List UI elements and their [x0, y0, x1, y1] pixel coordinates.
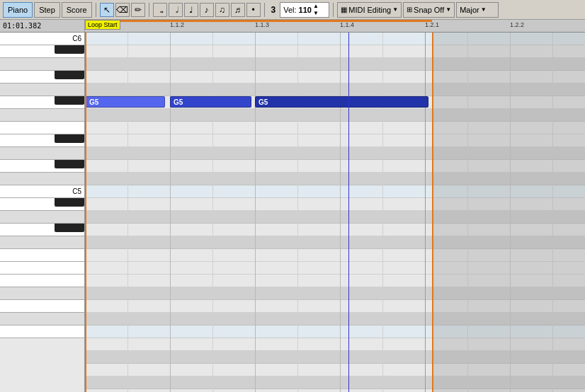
scale-label: Major — [460, 6, 479, 14]
midi-editing-dropdown[interactable]: ▦ MIDI Editing ▼ — [337, 2, 402, 18]
key-ds5-black[interactable] — [55, 134, 84, 143]
note-dot[interactable]: • — [246, 3, 261, 17]
key-bb5[interactable] — [0, 58, 84, 71]
key-g4[interactable] — [0, 249, 84, 262]
key-a4[interactable] — [0, 224, 84, 236]
vel-down[interactable]: ▼ — [313, 10, 319, 17]
piano-keys: C6 — [0, 33, 84, 338]
key-b5[interactable] — [0, 45, 84, 58]
pointer-tool[interactable]: ↖ — [100, 3, 114, 17]
note-eighth[interactable]: ♪ — [200, 3, 214, 17]
grid-area: Loop Start 1.1 1.1.2 1.1.3 1.1.4 1.2.1 1… — [85, 20, 585, 392]
eraser-tool[interactable]: ⌫ — [115, 3, 130, 17]
pencil-tool[interactable]: ✏ — [131, 3, 145, 17]
key-e4[interactable] — [0, 275, 84, 287]
vline-minor-2 — [212, 33, 213, 392]
note-label-2: G5 — [174, 98, 183, 106]
midi-note-g5-3[interactable]: G5 — [255, 96, 428, 108]
vline-6 — [510, 33, 511, 392]
ruler-mark-3: 1.1.3 — [255, 21, 269, 28]
key-f4[interactable] — [0, 262, 84, 275]
piano-tab[interactable]: Piano — [3, 2, 33, 18]
pencil-icon: ✏ — [135, 5, 142, 15]
note-label-1: G5 — [89, 98, 98, 106]
sep2 — [149, 3, 149, 17]
velocity-control[interactable]: Vel: 110 ▲ ▼ — [280, 2, 329, 18]
vline-2 — [170, 33, 171, 392]
note-grid[interactable]: G5 G5 G5 — [85, 33, 585, 392]
vel-stepper[interactable]: ▲ ▼ — [313, 3, 319, 17]
note-half[interactable]: 𝅗𝅥 — [169, 3, 183, 17]
key-fs5-black[interactable] — [55, 96, 84, 105]
key-gs5-black[interactable] — [55, 71, 84, 79]
key-c6[interactable]: C6 — [0, 33, 84, 45]
ruler-mark-4: 1.1.4 — [340, 21, 354, 28]
key-d5[interactable] — [0, 160, 84, 173]
loop-boundary-right — [432, 33, 433, 392]
key-e5[interactable] — [0, 134, 84, 147]
key-c4[interactable] — [0, 325, 84, 338]
score-tab[interactable]: Score — [62, 2, 92, 18]
key-fs5[interactable] — [0, 109, 84, 122]
snap-dropdown[interactable]: ⊞ Snap Off ▼ — [403, 2, 455, 18]
ruler-mark-2: 1.1.2 — [170, 21, 184, 28]
vline-5 — [425, 33, 426, 392]
snap-arrow: ▼ — [445, 6, 451, 13]
loop-boundary-left — [85, 33, 86, 392]
vel-label: Vel: — [283, 6, 296, 14]
key-gs4-black[interactable] — [55, 224, 84, 232]
key-gs4[interactable] — [0, 236, 84, 249]
key-g5[interactable] — [0, 96, 84, 109]
key-bb4[interactable] — [0, 211, 84, 224]
snap-label: Snap Off — [414, 6, 444, 14]
toolbar: Piano Step Score ↖ ⌫ ✏ 𝅝 𝅗𝅥 ♩ ♪ ♫ ♬ • 3 … — [0, 0, 585, 20]
key-bb4-black[interactable] — [55, 198, 84, 207]
vline-minor-1 — [127, 33, 128, 392]
sep3 — [264, 3, 265, 17]
scale-arrow: ▼ — [481, 6, 487, 13]
vel-value: 110 — [299, 6, 312, 14]
vline-minor-4 — [382, 33, 383, 392]
snap-icon: ⊞ — [407, 6, 412, 13]
key-cs5-black[interactable] — [55, 160, 84, 168]
key-bb5-black[interactable] — [55, 45, 84, 54]
piano-keyboard: 01:01.382 C6 — [0, 20, 85, 392]
sep1 — [96, 3, 96, 17]
scale-dropdown[interactable]: Major ▼ — [456, 2, 499, 18]
ruler: Loop Start 1.1 1.1.2 1.1.3 1.1.4 1.2.1 1… — [85, 20, 585, 33]
key-ds5[interactable] — [0, 147, 84, 160]
playhead — [348, 33, 349, 392]
midi-note-g5-2[interactable]: G5 — [170, 96, 251, 108]
time-value: 01:01.382 — [3, 22, 41, 30]
key-a5[interactable] — [0, 71, 84, 83]
vel-up[interactable]: ▲ — [313, 3, 319, 10]
vline-4 — [340, 33, 341, 392]
beat-number: 3 — [268, 5, 279, 15]
note-thirty-second[interactable]: ♬ — [231, 3, 245, 17]
vline-minor-3 — [297, 33, 298, 392]
note-whole[interactable]: 𝅝 — [153, 3, 167, 17]
key-ds4[interactable] — [0, 287, 84, 300]
key-cs4[interactable] — [0, 313, 84, 325]
loop-start-marker: Loop Start — [85, 20, 120, 30]
sep4 — [333, 3, 334, 17]
note-quarter[interactable]: ♩ — [184, 3, 198, 17]
key-gs5[interactable] — [0, 83, 84, 96]
note-label-3: G5 — [259, 98, 268, 106]
ruler-mark-5: 1.2.1 — [425, 21, 439, 28]
loop-start-label: Loop Start — [88, 21, 118, 28]
key-cs5[interactable] — [0, 173, 84, 185]
midi-editing-label: MIDI Editing — [348, 6, 391, 14]
key-f5[interactable] — [0, 122, 84, 134]
pointer-icon: ↖ — [103, 5, 110, 15]
midi-note-g5-1[interactable]: G5 — [86, 96, 165, 108]
key-c5[interactable]: C5 — [0, 185, 84, 198]
time-display: 01:01.382 — [0, 20, 84, 33]
key-b4[interactable] — [0, 198, 84, 211]
ruler-mark-6: 1.2.2 — [510, 21, 524, 28]
note-sixteenth[interactable]: ♫ — [215, 3, 229, 17]
key-d4[interactable] — [0, 300, 84, 313]
main-area: 01:01.382 C6 — [0, 20, 585, 392]
step-tab[interactable]: Step — [34, 2, 60, 18]
eraser-icon: ⌫ — [116, 5, 128, 15]
